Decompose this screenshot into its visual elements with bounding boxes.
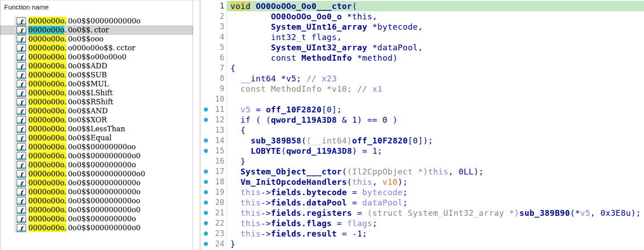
code-token — [230, 219, 241, 228]
code-token: [0]; — [322, 105, 342, 114]
code-token: sub_389B90 — [519, 208, 570, 218]
pseudocode-line[interactable]: 4 int32_t flags, — [200, 32, 644, 42]
function-icon-glyph: f — [20, 145, 23, 151]
pseudocode-line[interactable]: 13 { — [200, 125, 644, 135]
pseudocode-line[interactable]: 12 if ( (qword_119A3D8 & 1) == 0 ) — [200, 115, 644, 125]
code-token: this — [352, 177, 372, 187]
code-token: Vm_InitOpcodeHandlers — [241, 177, 347, 187]
code-token: OO0OoOOo_Oo0___ctor — [256, 1, 352, 11]
function-icon-glyph: f — [20, 100, 23, 106]
function-icon-glyph: f — [20, 217, 23, 223]
pseudocode-line[interactable]: 11 v5 = off_10F2820[0]; — [200, 104, 644, 115]
function-name-column-header[interactable]: Function name — [4, 3, 49, 11]
pseudocode-line[interactable]: 17 System_Object___ctor((Il2CppObject *)… — [200, 166, 644, 177]
function-list-item[interactable]: f0000o00o.0o0$$ooo — [0, 35, 193, 44]
function-name-prefix-highlight: 0000o00o — [28, 143, 64, 151]
function-name-prefix-highlight: 0000o00o — [28, 44, 64, 52]
function-icon-glyph: f — [20, 73, 23, 79]
function-list-item[interactable]: f0000o00o.0o0$$0000000000o — [0, 188, 193, 196]
pseudocode-line[interactable]: 16 } — [200, 156, 644, 166]
function-list-item[interactable]: f0000o00o.o000o00o$$. cctor — [0, 44, 193, 53]
function-name-prefix-highlight: 0000o00o — [28, 223, 64, 232]
address-dot-empty — [203, 42, 209, 53]
address-dot-empty — [203, 125, 209, 135]
code-text: this->fields.bytecode = bytecode; — [227, 187, 644, 197]
pseudocode-line[interactable]: 24} — [200, 239, 644, 249]
code-token: dataPool — [362, 198, 403, 207]
function-list-item[interactable]: f0000o00o.0o0$$AND — [0, 107, 193, 116]
function-list-item[interactable]: f0000o00o.0o0$$0000000000o0 — [0, 170, 193, 179]
pseudocode-line[interactable]: 15 LOBYTE(qword_119A3D8) = 1; — [200, 146, 644, 156]
address-dot-icon — [203, 228, 209, 239]
code-token — [230, 136, 251, 145]
pseudocode-line[interactable]: 2 OO0OoOOo_Oo0_o *this, — [200, 11, 644, 22]
function-list-item[interactable]: f0000o00o.0o0$$000000000o0 — [0, 152, 193, 161]
address-dot-icon — [203, 197, 209, 208]
address-dot-empty — [203, 73, 209, 84]
function-name-dot: . — [64, 179, 66, 187]
function-list-item[interactable]: f0000o00o.0o0$$000000000o — [0, 161, 193, 170]
function-name-prefix-highlight: 0000o00o — [28, 35, 64, 43]
pseudocode-line[interactable]: 21 this->fields.registers = (struct Syst… — [200, 208, 644, 218]
function-list-item[interactable]: f0000o00o.0o0$$000000000o — [0, 214, 193, 223]
function-list-item[interactable]: f0000o00o.0o0$$LessThan — [0, 125, 193, 134]
function-list-item[interactable]: f0000o00o.0o0$$ADD — [0, 62, 193, 71]
column-divider[interactable] — [193, 0, 193, 250]
pseudocode-line[interactable]: 18 Vm_InitOpcodeHandlers(this, v10); — [200, 177, 644, 187]
function-name-rest: 0o0$$000000000o — [68, 161, 136, 169]
pseudocode-line[interactable]: 6 const MethodInfo *method) — [200, 53, 644, 63]
code-token: flags — [347, 219, 372, 228]
pseudocode-line[interactable]: 7{ — [200, 63, 644, 73]
pseudocode-line[interactable]: 3 System_UInt16_array *bytecode, — [200, 22, 644, 32]
pseudocode-line[interactable]: 22 this->fields.flags = flags; — [200, 218, 644, 228]
function-list-item[interactable]: f0000o00o.0o0$$Equal — [0, 134, 193, 143]
pseudocode-line[interactable]: 20 this->fields.dataPool = dataPool; — [200, 197, 644, 208]
code-text: this->fields.flags = flags; — [227, 218, 644, 228]
function-name-dot: . — [64, 107, 66, 115]
function-icon: f — [17, 179, 26, 187]
code-token: const — [230, 53, 301, 62]
line-number: 23 — [209, 228, 227, 239]
function-list-item[interactable]: f0000o00o.0o0$$0000000000o — [0, 179, 193, 188]
function-list-item[interactable]: f0000o00o.0o0$$SUB — [0, 71, 193, 80]
code-token — [230, 12, 271, 21]
function-list-item[interactable]: f0000o00o.0o0$$MUL — [0, 80, 193, 89]
function-list-item[interactable]: f0000o00o.0o0$$00000000oo — [0, 143, 193, 152]
function-list-item[interactable]: f0000o00o.0o0$$0000000000o — [0, 17, 193, 26]
ida-window: { "colors": { "yellow_highlight": "#f7f1… — [0, 0, 644, 250]
function-icon: f — [17, 35, 26, 43]
pseudocode-line[interactable]: 14 sub_389B58((__int64)off_10F2820[0]); — [200, 135, 644, 146]
pseudocode-line[interactable]: 5 System_UInt32_array *dataPool, — [200, 42, 644, 53]
pseudocode-panel: 1void OO0OoOOo_Oo0___ctor(2 OO0OoOOo_Oo0… — [200, 0, 644, 250]
function-name-rest: 0o0$$MUL — [68, 80, 109, 88]
code-text: Vm_InitOpcodeHandlers(this, v10); — [227, 177, 644, 187]
function-list-item[interactable]: f0000o00o.0o0$$000000000o0 — [0, 205, 193, 214]
line-number: 13 — [209, 125, 227, 135]
function-list-item[interactable]: f0000o00o.0o0$$RShift — [0, 98, 193, 107]
pseudocode-line[interactable]: 8 __int64 *v5; // x23 — [200, 73, 644, 84]
line-number: 15 — [209, 146, 227, 156]
function-name: 0000o00o.0o0$$o00o00o0 — [28, 53, 126, 62]
function-list-item[interactable]: f0000o00o.0o0$$000000000oo — [0, 196, 193, 205]
function-list-item[interactable]: f0000o00o.0o0$$XOR — [0, 116, 193, 125]
address-dot-icon — [203, 104, 209, 115]
code-text: LOBYTE(qword_119A3D8) = 1; — [227, 146, 644, 156]
function-list-item[interactable]: f0000o00o.0o0$$o00o00o0 — [0, 53, 193, 62]
function-name-rest: 0o0$$000000000o0 — [68, 205, 141, 214]
function-list-item[interactable]: f0000o00o.0o0$$. ctor — [0, 26, 193, 35]
line-number: 5 — [209, 42, 227, 53]
pseudocode-line[interactable]: 23 this->fields.result = -1; — [200, 228, 644, 239]
function-list-item[interactable]: f0000o00o.0o0$$000000000o0 — [0, 223, 193, 232]
function-name-prefix-highlight: 0000o00o — [28, 170, 64, 178]
pseudocode-line[interactable]: 10 — [200, 94, 644, 104]
pseudocode-line[interactable]: 9 const MethodInfo *v10; // x1 — [200, 84, 644, 94]
code-token — [230, 105, 241, 114]
code-token: (Il2CppObject *) — [347, 167, 428, 176]
function-list-item[interactable]: f0000o00o.0o0$$LShift — [0, 89, 193, 98]
pseudocode-line[interactable]: 19 this->fields.bytecode = bytecode; — [200, 187, 644, 197]
function-icon-glyph: f — [20, 154, 23, 160]
function-name-rest: 0o0$$0000000000o — [68, 188, 141, 196]
code-token: LOBYTE — [251, 146, 281, 156]
code-token: __int64 *v5; — [230, 74, 306, 83]
pseudocode-line[interactable]: 1void OO0OoOOo_Oo0___ctor( — [200, 1, 644, 11]
